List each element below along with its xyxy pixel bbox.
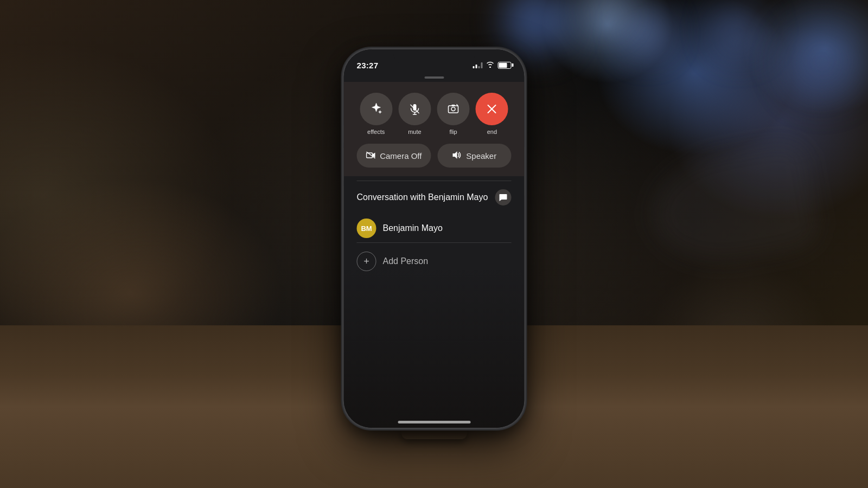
camera-off-button[interactable]: Camera Off (357, 144, 431, 168)
speaker-button[interactable]: Speaker (437, 144, 512, 168)
effects-button-circle (360, 93, 392, 125)
effects-label: effects (367, 129, 385, 135)
mute-button-circle (398, 93, 431, 125)
flip-button-circle (437, 93, 470, 125)
call-controls-section: effects mute (344, 82, 525, 176)
phone-base (401, 428, 467, 439)
add-person-icon: + (357, 252, 376, 271)
call-control-buttons: effects mute (357, 93, 512, 135)
contact-initials: BM (361, 224, 372, 233)
signal-bar-1 (473, 66, 475, 68)
end-call-button[interactable]: end (476, 93, 508, 135)
bokeh-circle-3 (712, 3, 766, 57)
end-button-circle (476, 93, 508, 125)
signal-bar-3 (478, 66, 480, 68)
conversation-header: Conversation with Benjamin Mayo (357, 184, 512, 206)
mute-label: mute (408, 129, 421, 135)
phone-screen: 23:27 (344, 49, 525, 428)
contact-name: Benjamin Mayo (383, 223, 443, 233)
mute-button[interactable]: mute (398, 93, 431, 135)
effects-button[interactable]: effects (360, 93, 392, 135)
bokeh-circle-2 (625, 11, 668, 54)
signal-icon (473, 62, 483, 68)
iphone-body: 23:27 (343, 49, 525, 428)
status-time: 23:27 (357, 61, 379, 70)
bokeh-circle-4 (781, 22, 863, 103)
camera-off-icon (366, 151, 375, 160)
svg-rect-6 (452, 105, 455, 106)
conversation-title: Conversation with Benjamin Mayo (357, 192, 488, 202)
scroll-indicator (424, 76, 444, 79)
speaker-label: Speaker (466, 151, 496, 160)
section-divider (357, 181, 512, 181)
end-label: end (487, 129, 497, 135)
phone-wrapper: 23:27 (343, 49, 525, 439)
battery-icon (498, 62, 512, 69)
add-person-label: Add Person (383, 256, 429, 266)
status-icons (473, 61, 512, 69)
conversation-section: Conversation with Benjamin Mayo BM Benja… (344, 184, 525, 275)
svg-point-5 (451, 107, 455, 111)
add-person-row[interactable]: + Add Person (357, 247, 512, 275)
battery-fill (499, 63, 507, 68)
wide-buttons-row: Camera Off Speaker (357, 144, 512, 168)
wifi-icon (486, 61, 495, 69)
signal-bar-4 (481, 62, 483, 68)
signal-bar-2 (476, 65, 477, 68)
contact-row: BM Benjamin Mayo (357, 214, 512, 243)
message-icon-button[interactable] (495, 189, 512, 206)
flip-button[interactable]: flip (437, 93, 470, 135)
svg-marker-11 (452, 151, 457, 159)
flip-label: flip (450, 129, 457, 135)
contact-avatar: BM (357, 219, 376, 238)
home-indicator[interactable] (398, 421, 470, 423)
camera-off-label: Camera Off (380, 151, 422, 160)
speaker-icon (452, 151, 462, 161)
notch (393, 49, 475, 65)
screen-bottom-fade (344, 265, 525, 428)
